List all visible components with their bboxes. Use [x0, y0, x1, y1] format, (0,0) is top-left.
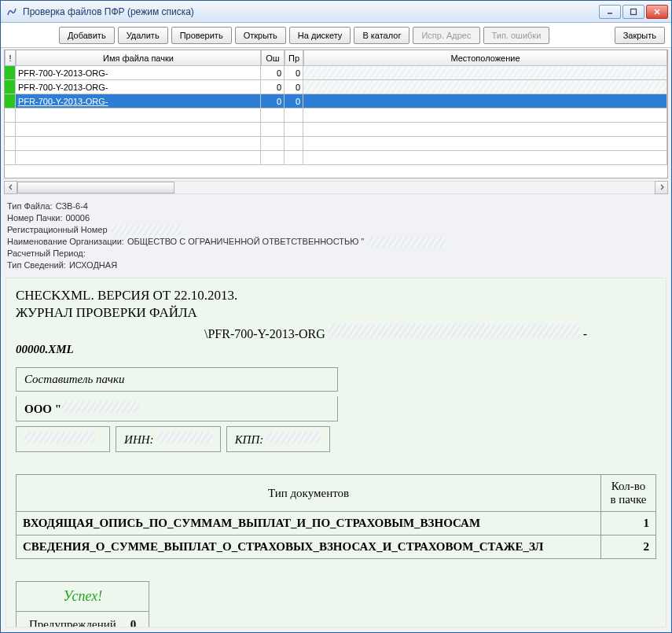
redacted-inn [157, 432, 212, 443]
scroll-left-icon[interactable] [4, 181, 17, 194]
row-marker [5, 151, 16, 164]
row-marker [5, 123, 16, 136]
row-location [303, 151, 667, 164]
row-warnings [285, 137, 303, 150]
pack-no-label: Номер Пачки: [7, 212, 62, 224]
toolbar: Добавить Удалить Проверить Открыть На ди… [1, 23, 671, 48]
row-filename: PFR-700-Y-2013-ORG- [16, 80, 261, 94]
row-errors: 0 [261, 66, 285, 79]
table-row [5, 123, 667, 137]
fix-address-button: Испр. Адрес [413, 27, 479, 44]
org-label: Наименование Организации: [7, 236, 124, 248]
error-types-button: Тип. ошибки [483, 27, 550, 44]
col-marker[interactable]: ! [5, 50, 16, 66]
grid-body: PFR-700-Y-2013-ORG-00PFR-700-Y-2013-ORG-… [5, 66, 667, 178]
titlebar: Проверка файлов ПФР (режим списка) [1, 1, 671, 23]
catalog-button[interactable]: В каталог [354, 27, 409, 44]
scroll-right-icon[interactable] [655, 181, 668, 194]
row-filename: PFR-700-Y-2013-ORG- [16, 66, 261, 79]
doc-name: ВХОДЯЩАЯ_ОПИСЬ_ПО_СУММАМ_ВЫПЛАТ_И_ПО_СТР… [17, 512, 601, 535]
inn-box: ИНН: [116, 426, 221, 452]
doc-count: 2 [601, 535, 656, 559]
row-filename [16, 109, 261, 122]
row-location [303, 109, 667, 122]
row-marker [5, 80, 16, 94]
file-grid: ! Имя файла пачки Ош Пр Местоположение P… [4, 50, 668, 178]
col-warnings[interactable]: Пр [285, 50, 303, 66]
maximize-button[interactable] [622, 5, 644, 19]
row-errors: 0 [261, 94, 285, 108]
redacted-regno [111, 225, 182, 236]
app-icon [6, 6, 18, 18]
row-marker [5, 137, 16, 150]
open-button[interactable]: Открыть [235, 27, 286, 44]
row-errors [261, 151, 285, 164]
row-marker [5, 66, 16, 79]
row-filename [16, 123, 261, 136]
row-warnings [285, 109, 303, 122]
svg-rect-1 [631, 9, 637, 14]
row-warnings: 0 [285, 66, 303, 79]
scroll-thumb[interactable] [17, 182, 174, 193]
kpp-box: КПП: [226, 426, 331, 452]
window-title: Проверка файлов ПФР (режим списка) [23, 6, 599, 17]
redacted-kpp [266, 432, 321, 443]
col-location[interactable]: Местоположение [303, 50, 667, 66]
app-window: Проверка файлов ПФР (режим списка) Добав… [0, 0, 672, 633]
compiler-name-box: ООО " [16, 396, 338, 421]
grid-header: ! Имя файла пачки Ош Пр Местоположение [5, 50, 667, 66]
row-location [303, 94, 667, 108]
table-row[interactable]: PFR-700-Y-2013-ORG-00 [5, 94, 667, 109]
row-location [303, 137, 667, 150]
redacted-path [329, 324, 580, 338]
table-row[interactable]: PFR-700-Y-2013-ORG-00 [5, 80, 667, 94]
report-title: CHECKXML. ВЕРСИЯ ОТ 22.10.2013. [16, 288, 656, 304]
count-header: Кол-во в пачке [601, 475, 656, 512]
report-subtitle: ЖУРНАЛ ПРОВЕРКИ ФАЙЛА [16, 305, 656, 321]
report-filename-suffix: 00000.XML [16, 343, 656, 356]
row-marker [5, 109, 16, 122]
grid-h-scrollbar[interactable] [4, 180, 668, 194]
pack-no-value: 00006 [65, 212, 90, 224]
row-filename [16, 151, 261, 164]
redacted-org [367, 237, 446, 248]
row-location [303, 80, 667, 94]
delete-button[interactable]: Удалить [118, 27, 168, 44]
close-button[interactable]: Закрыть [615, 27, 665, 44]
info-type-value: ИСХОДНАЯ [69, 259, 117, 271]
row-warnings: 0 [285, 80, 303, 94]
warnings-box: Предупреждений 0 [16, 612, 149, 627]
doc-header: Тип документов [17, 475, 601, 512]
file-metadata: Тип Файла: СЗВ-6-4 Номер Пачки: 00006 Ре… [7, 201, 665, 271]
row-location [303, 123, 667, 136]
compiler-label-box: Составитель пачки [16, 367, 338, 392]
col-errors[interactable]: Ош [261, 50, 285, 66]
file-type-label: Тип Файла: [7, 201, 53, 212]
add-button[interactable]: Добавить [59, 27, 115, 44]
doc-types-table: Тип документов Кол-во в пачке ВХОДЯЩАЯ_О… [16, 474, 656, 559]
check-button[interactable]: Проверить [171, 27, 232, 44]
row-filename [16, 137, 261, 150]
table-row [5, 109, 667, 123]
file-type-value: СЗВ-6-4 [56, 201, 88, 212]
floppy-button[interactable]: На дискету [289, 27, 351, 44]
row-marker [5, 94, 16, 108]
minimize-button[interactable] [599, 5, 621, 19]
reg-no-label: Регистрационный Номер [7, 224, 108, 236]
scroll-track[interactable] [17, 181, 655, 194]
row-errors [261, 123, 285, 136]
org-value: ОБЩЕСТВО С ОГРАНИЧЕННОЙ ОТВЕТСТВЕННОСТЬЮ… [127, 236, 364, 248]
table-row [5, 151, 667, 165]
doc-name: СВЕДЕНИЯ_О_СУММЕ_ВЫПЛАТ_О_СТРАХОВЫХ_ВЗНО… [17, 535, 601, 559]
col-filename[interactable]: Имя файла пачки [16, 50, 261, 66]
doc-count: 1 [601, 512, 656, 535]
redacted-box-1 [16, 426, 110, 452]
close-window-button[interactable] [646, 5, 668, 19]
period-label: Расчетный Период: [7, 248, 86, 259]
info-type-label: Тип Сведений: [7, 259, 66, 271]
table-row: СВЕДЕНИЯ_О_СУММЕ_ВЫПЛАТ_О_СТРАХОВЫХ_ВЗНО… [17, 535, 656, 559]
success-badge: Успех! [16, 581, 149, 612]
table-row[interactable]: PFR-700-Y-2013-ORG-00 [5, 66, 667, 80]
row-errors [261, 109, 285, 122]
row-errors: 0 [261, 80, 285, 94]
